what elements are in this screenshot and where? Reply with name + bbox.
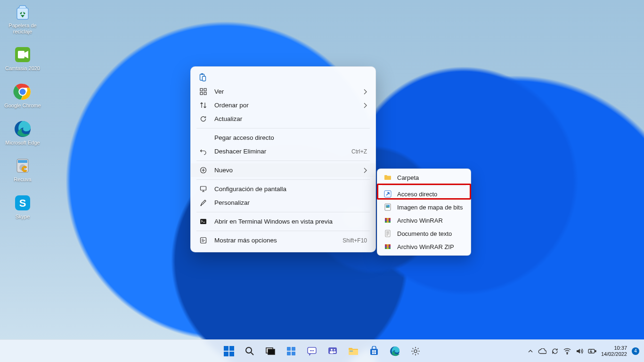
svg-rect-43 (287, 347, 291, 351)
taskbar-store-button[interactable] (365, 342, 383, 361)
menu-item-label: Actualizar (214, 115, 367, 122)
svg-point-50 (312, 350, 313, 351)
paste-button[interactable] (197, 72, 208, 83)
menu-item-label: Deshacer Eliminar (214, 148, 351, 155)
svg-rect-59 (372, 350, 374, 352)
desktop-icon-edge[interactable]: Microsoft Edge (4, 119, 41, 146)
context-menu-item-personalize[interactable]: Personalizar (191, 196, 375, 209)
bitmap-file-icon (384, 203, 391, 211)
systray-overflow-icon[interactable] (528, 348, 533, 354)
desktop-icons-area: Papelera de reciclaje Camtasia 2020 Goog… (4, 2, 46, 230)
shortcut-icon (384, 190, 391, 198)
edge-icon (13, 119, 33, 139)
systray-onedrive-icon[interactable] (538, 348, 546, 354)
refresh-icon (198, 115, 208, 122)
systray-date: 14/02/2022 (601, 351, 627, 357)
chrome-icon (13, 82, 33, 102)
systray-volume-icon[interactable] (576, 348, 583, 354)
taskbar-task-view-button[interactable] (261, 342, 280, 361)
context-menu-item-new[interactable]: Nuevo (191, 163, 375, 177)
skype-icon: S (13, 193, 33, 213)
context-menu-item-refresh[interactable]: Actualizar (191, 112, 375, 126)
desktop-icon-label: Google Chrome (4, 103, 41, 109)
submenu-item-bitmap[interactable]: Imagen de mapa de bits (377, 201, 471, 214)
systray-battery-icon[interactable] (588, 348, 596, 354)
context-menu-item-undo[interactable]: Deshacer Eliminar Ctrl+Z (191, 145, 375, 158)
svg-rect-14 (203, 76, 206, 81)
folder-icon (384, 174, 391, 181)
text-document-icon (384, 230, 391, 237)
systray-wifi-icon[interactable] (563, 348, 571, 354)
svg-rect-42 (268, 349, 275, 354)
submenu-item-winrar-zip[interactable]: Archivo WinRAR ZIP (377, 240, 471, 253)
desktop-icon-camtasia[interactable]: Camtasia 2020 (4, 45, 41, 72)
taskbar-search-button[interactable] (240, 342, 259, 361)
taskbar-chat-button[interactable] (302, 342, 321, 361)
svg-rect-45 (287, 352, 291, 355)
svg-point-5 (20, 88, 26, 95)
desktop-icon-skype[interactable]: S Skype (4, 193, 41, 220)
submenu-item-winrar[interactable]: Archivo WinRAR (377, 214, 471, 227)
svg-point-52 (331, 349, 333, 351)
context-menu-item-terminal[interactable]: Abrir en Terminal Windows en vista previ… (191, 215, 375, 228)
systray-clock[interactable]: 10:37 14/02/2022 (601, 345, 627, 357)
menu-item-shortcut: Shift+F10 (342, 237, 367, 244)
svg-rect-18 (204, 92, 206, 95)
view-grid-icon (198, 88, 208, 95)
submenu-item-shortcut[interactable]: Acceso directo (377, 187, 471, 201)
svg-rect-20 (200, 186, 206, 190)
systray-update-icon[interactable] (551, 347, 559, 355)
svg-rect-55 (334, 351, 336, 353)
svg-rect-38 (224, 352, 228, 356)
svg-point-64 (414, 350, 417, 353)
svg-rect-35 (387, 244, 389, 249)
context-menu-item-view[interactable]: Ver (191, 85, 375, 98)
menu-item-label: Ver (214, 88, 363, 95)
camtasia-icon (13, 45, 33, 64)
svg-rect-15 (200, 88, 203, 91)
taskbar-start-button[interactable] (220, 342, 238, 361)
svg-rect-39 (229, 352, 234, 356)
context-menu-item-sort[interactable]: Ordenar por (191, 98, 375, 112)
sort-icon (198, 102, 208, 109)
desktop-icon-chrome[interactable]: Google Chrome (4, 82, 41, 109)
context-menu-item-paste-shortcut[interactable]: Pegar acceso directo (191, 131, 375, 145)
taskbar-settings-button[interactable] (406, 342, 425, 361)
chevron-right-icon (363, 89, 367, 95)
taskbar-edge-button[interactable] (385, 342, 404, 361)
desktop-icon-recycle-bin[interactable]: Papelera de reciclaje (4, 2, 41, 34)
submenu-item-text-doc[interactable]: Documento de texto (377, 227, 471, 240)
desktop-context-menu: Ver Ordenar por Actualizar Pegar acceso … (190, 66, 376, 252)
submenu-item-label: Documento de texto (397, 230, 452, 237)
svg-rect-54 (330, 351, 334, 354)
taskbar-teams-button[interactable] (323, 342, 342, 361)
menu-item-shortcut: Ctrl+Z (351, 148, 367, 155)
svg-point-48 (310, 350, 310, 351)
display-settings-icon (198, 185, 208, 193)
menu-separator (196, 179, 370, 180)
submenu-item-folder[interactable]: Carpeta (377, 171, 471, 184)
svg-rect-57 (350, 351, 353, 352)
terminal-icon (198, 218, 208, 225)
desktop-icon-recuva[interactable]: Recuva (4, 156, 41, 183)
svg-point-53 (334, 349, 335, 350)
desktop-icon-label: Recuva (4, 177, 41, 183)
recycle-bin-icon (13, 2, 33, 22)
winrar-zip-icon (384, 243, 391, 250)
context-menu-item-display-settings[interactable]: Configuración de pantalla (191, 182, 375, 196)
more-options-icon (198, 237, 208, 244)
svg-rect-46 (292, 352, 295, 355)
taskbar-widgets-button[interactable] (282, 342, 301, 361)
submenu-item-label: Imagen de mapa de bits (397, 204, 463, 211)
desktop-icon-label: Microsoft Edge (4, 140, 41, 146)
svg-rect-16 (204, 88, 206, 91)
context-menu-item-more-options[interactable]: Mostrar más opciones Shift+F10 (191, 233, 375, 247)
menu-item-label: Personalizar (214, 199, 367, 206)
svg-point-40 (246, 347, 252, 353)
svg-rect-9 (18, 160, 27, 163)
systray-notification-count[interactable]: 4 (632, 347, 639, 355)
menu-item-label: Configuración de pantalla (214, 185, 367, 193)
chevron-right-icon (363, 168, 367, 173)
taskbar-file-explorer-button[interactable] (344, 342, 363, 361)
svg-text:S: S (19, 197, 26, 209)
